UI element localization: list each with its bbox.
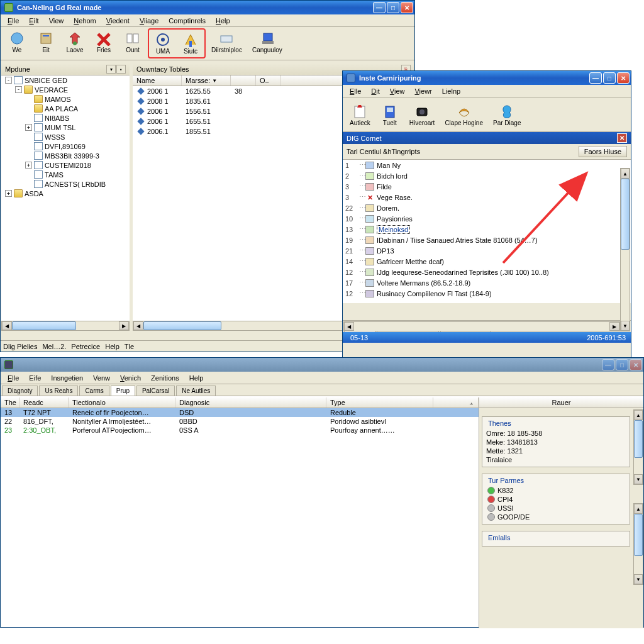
menu-elle[interactable]: Elle [3, 16, 23, 26]
list-item[interactable]: 12⋯lJdg leequrese-Seneodarined Teprisite… [343, 267, 631, 277]
minimize-button[interactable]: — [589, 72, 602, 84]
list-item[interactable]: CPI4 [486, 495, 626, 504]
toolbar-par-diage[interactable]: Par Diage [489, 101, 525, 129]
menu-view[interactable]: View [386, 86, 409, 96]
menu-viedent[interactable]: Viedent [102, 16, 134, 26]
tree-item[interactable]: -VEDRACE [1, 85, 130, 94]
tree-toggle[interactable]: - [5, 77, 12, 84]
tab-us-reahs[interactable]: Us Reahs [39, 386, 78, 396]
tree-scrollbar-h[interactable]: ◀▶ [1, 321, 130, 331]
tab-prup[interactable]: Prup [111, 386, 135, 396]
menu-nehom[interactable]: Nehom [69, 16, 100, 26]
tree-item[interactable]: +MUM TSL [1, 123, 130, 132]
menu-elle[interactable]: Elle [3, 373, 23, 383]
toolbar-clape-hogine[interactable]: Clape Hogine [440, 101, 487, 129]
col-header[interactable]: Diagnosic [175, 397, 326, 408]
close-button[interactable]: ✕ [630, 359, 642, 370]
tree-item[interactable]: NI8ABS [1, 113, 130, 123]
menu-view[interactable]: View [45, 16, 69, 26]
toolbar-canguuloy[interactable]: Canguuloy [248, 28, 287, 56]
maximize-button[interactable]: □ [603, 72, 616, 84]
scroll-right-button[interactable]: ▶ [609, 322, 619, 331]
tree-item[interactable]: +ASDA [1, 189, 130, 198]
scroll-left-button[interactable]: ◀ [133, 321, 143, 330]
toolbar-autieck[interactable]: Autieck [345, 101, 375, 129]
scroll-left-button[interactable]: ◀ [344, 322, 354, 331]
minimize-button[interactable]: — [373, 2, 386, 13]
scroll-up-button[interactable]: ▲ [634, 410, 643, 420]
faors-huse-button[interactable]: Faors Hiuse [579, 146, 627, 157]
list-item[interactable]: GOOP/DE [486, 513, 626, 521]
toolbar-hiveroart[interactable]: Hiveroart [405, 101, 440, 129]
list-item[interactable]: USSI [486, 504, 626, 513]
list-item[interactable]: 19⋯IDabinan / Tiise Sanaued Atries State… [343, 235, 631, 245]
close-button[interactable]: ✕ [617, 72, 630, 84]
tree-view[interactable]: -SNBICE GED-VEDRACEMAMOSAA PLACANI8ABS+M… [1, 75, 130, 321]
grid-view[interactable]: TheReadcTiectionaloDiagnosicType⫠ 13T72 … [1, 397, 479, 611]
menu-viewr[interactable]: Viewr [410, 86, 436, 96]
tree-item[interactable]: TAMS [1, 170, 130, 179]
scroll-left-button[interactable]: ◀ [2, 321, 12, 330]
scroll-down-button[interactable]: ▼ [634, 574, 643, 584]
list-item[interactable]: 22⋯Dorem. [343, 203, 631, 213]
side-scrollbar-v[interactable]: ▲▼ [633, 409, 643, 485]
toolbar-diirstniploc[interactable]: Diirstniploc [207, 28, 247, 56]
tree-item[interactable]: ACNESTS( LRbDIB [1, 179, 130, 189]
menu-dit[interactable]: Dit [367, 86, 384, 96]
tree-item[interactable]: AA PLACA [1, 104, 130, 113]
list-item[interactable]: 21⋯DP13 [343, 245, 631, 256]
list-item[interactable]: 12⋯Rusinacy Compiilenov Fl Tast (184-9) [343, 288, 631, 299]
menu-venw[interactable]: Venw [89, 373, 114, 383]
col-header[interactable]: Readc [19, 397, 69, 408]
col-options[interactable]: ⫠ [433, 397, 479, 408]
tree-item[interactable]: -SNBICE GED [1, 75, 130, 85]
toolbar-eit[interactable]: Eit [32, 28, 60, 56]
sub-close-button[interactable]: ✕ [617, 133, 627, 143]
menu-elle[interactable]: Elle [345, 86, 365, 96]
list-item[interactable]: 14⋯Gafricerr Metthe dcaf) [343, 256, 631, 267]
list-item[interactable]: 10⋯Paysionries [343, 213, 631, 224]
tree-item[interactable]: DVFI,891069 [1, 142, 130, 151]
list-scrollbar-h[interactable]: ◀▶ [343, 321, 620, 331]
list-view[interactable]: 1⋯Man Ny2⋯Bidch lord3⋯Filde3⋯✕Vege Rase.… [343, 160, 631, 303]
scroll-right-button[interactable]: ▶ [119, 321, 129, 330]
grid-row[interactable]: 232:30_OBT,Porferoul ATPoojectiom…0SS AP… [1, 426, 479, 435]
menu-venich[interactable]: Venich [116, 373, 145, 383]
col-header[interactable]: Type [326, 397, 433, 408]
tree-toggle[interactable]: + [25, 162, 32, 169]
toolbar-siutc[interactable]: Siutc [177, 30, 204, 57]
tab-ne-autlies[interactable]: Ne Autlies [176, 386, 216, 396]
col-header[interactable]: The [1, 397, 19, 408]
col-header[interactable]: Marsse: ▼ [182, 75, 231, 86]
menu-help[interactable]: Help [185, 373, 208, 383]
tree-item[interactable]: MAMOS [1, 94, 130, 104]
menu-insngetien[interactable]: Insngetien [47, 373, 87, 383]
toolbar-fries[interactable]: Fries [90, 28, 118, 56]
scroll-down-button[interactable]: ▼ [634, 474, 643, 484]
tree-item[interactable]: WSSS [1, 132, 130, 142]
list-scrollbar-v[interactable]: ▲▼ [620, 168, 630, 331]
tree-toggle[interactable]: + [25, 124, 32, 131]
menu-lielnp[interactable]: Lielnp [438, 86, 465, 96]
list-item[interactable]: 2⋯Bidch lord [343, 170, 631, 181]
grid-row[interactable]: 13T72 NPTReneic of fir Poojecton…DSDRedu… [1, 408, 479, 417]
menu-help[interactable]: Help [211, 16, 235, 26]
toolbar-laove[interactable]: Laove [61, 28, 89, 56]
side-scrollbar-v-2[interactable]: ▲▼ [633, 503, 643, 585]
scroll-up-button[interactable]: ▲ [634, 504, 643, 514]
col-header[interactable]: Tiectionalo [69, 397, 175, 408]
close-button[interactable]: ✕ [401, 2, 413, 13]
tree-mini-btn-1[interactable]: ▾ [106, 65, 116, 74]
toolbar-ount[interactable]: Ount [119, 28, 147, 56]
minimize-button[interactable]: — [602, 359, 614, 370]
tab-carms[interactable]: Carms [79, 386, 109, 396]
toolbar-we[interactable]: We [3, 28, 31, 56]
toolbar-tuelt[interactable]: Tuelt [376, 101, 404, 129]
tree-item[interactable]: MBS3BIt 33999-3 [1, 151, 130, 160]
tree-toggle[interactable]: - [15, 86, 22, 93]
tree-item[interactable]: +CUSTEMI2018 [1, 160, 130, 170]
menu-viiage[interactable]: Viiage [135, 16, 163, 26]
maximize-button[interactable]: □ [387, 2, 399, 13]
list-item[interactable]: 13⋯Meinoksd [343, 224, 631, 235]
menu-eilt[interactable]: Eilt [25, 16, 43, 26]
